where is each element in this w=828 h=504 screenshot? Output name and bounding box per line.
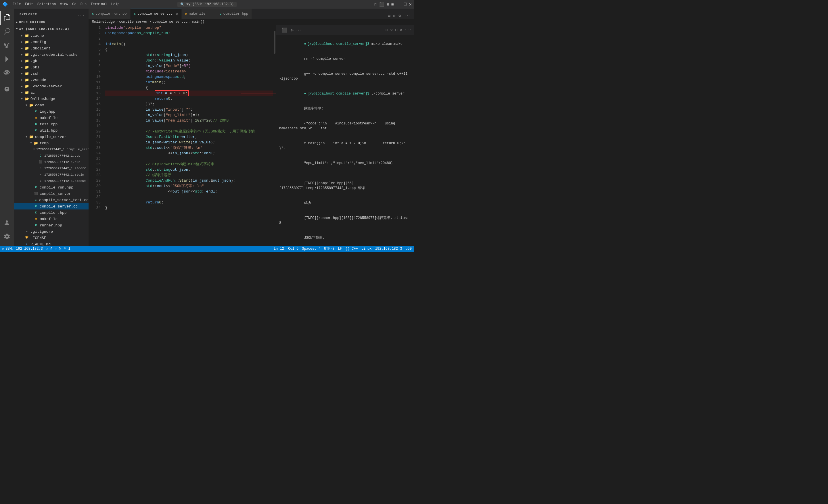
sidebar-item-compile-error[interactable]: ≡ 1728558977442_1.compile_error [14,146,89,152]
sidebar-item-git-credential-cache[interactable]: ▶ 📁 .git-credential-cache [14,51,89,58]
status-platform[interactable]: Linux [361,247,372,251]
activity-account[interactable] [0,216,14,230]
status-port[interactable]: p50 [405,247,412,251]
open-editors-header[interactable]: ▶ OPEN EDITORS [14,19,89,26]
status-port-text: p50 [405,247,412,251]
editor-scrollbar[interactable] [273,25,276,246]
sidebar-item-pki[interactable]: ▶ 📁 .pki [14,64,89,71]
root-header[interactable]: ▼ XY (SSH: 192.168.182.3) [14,26,89,33]
close-button[interactable]: ✕ [409,1,412,7]
layout-icon-3[interactable]: ⊟ [386,2,389,7]
terminal-kill-icon[interactable]: ✕ [390,28,392,33]
sidebar-item-dbclient[interactable]: ▶ 📁 .dbclient [14,45,89,51]
run-code-icon[interactable]: ▷ [393,13,396,19]
sidebar-item-gk[interactable]: ▶ 📁 .gk [14,58,89,64]
layout-icon-4[interactable]: ⊞ [391,2,394,7]
status-ssh[interactable]: ⊳ SSH: 192.168.182.3 [2,247,43,251]
status-eol[interactable]: LF [338,247,342,251]
sidebar-item-compiler-hpp[interactable]: C compiler.hpp [14,210,89,216]
sidebar-item-log-hpp[interactable]: C log.hpp [14,108,89,114]
code-editor[interactable]: 12345 678910 1112131415 1617181920 21222… [89,25,276,246]
sidebar-item-exe1[interactable]: ⬛ 1728558977442_1.exe [14,159,89,165]
sidebar-item-vscode-server[interactable]: ▶ 📁 .vscode-server [14,83,89,89]
terminal-content[interactable]: ●[xy@localhost compile_server]$ make cle… [276,35,414,246]
more-actions-icon[interactable]: ··· [403,13,412,19]
sidebar-item-util-hpp[interactable]: C util.hpp [14,127,89,134]
sidebar-item-stdin1[interactable]: ≡ 1728558977442_1.stdin [14,172,89,178]
breadcrumb-item-4[interactable]: main() [192,20,204,24]
activity-settings[interactable] [0,230,14,243]
sidebar-item-test-cpp[interactable]: C test.cpp [14,121,89,127]
sidebar-item-vscode[interactable]: ▶ 📁 .vscode [14,77,89,83]
status-encoding[interactable]: UTF-8 [324,247,334,251]
tab-makefile[interactable]: M makefile [182,9,216,19]
status-errors[interactable]: ⚠ 0 ⚐ 0 [46,247,61,251]
activity-extensions[interactable] [0,66,14,80]
sidebar-item-compile-server-cc[interactable]: C compile_server.cc [14,203,89,210]
sidebar-item-cache[interactable]: ▶ 📁 .cache [14,33,89,39]
layout-icon-1[interactable]: ⬚ [375,2,377,7]
menu-selection[interactable]: Selection [37,2,56,6]
split-editor-icon[interactable]: ⊟ [387,13,391,19]
status-spaces[interactable]: Spaces: 4 [302,247,321,251]
status-position[interactable]: Ln 12, Col 6 [274,247,298,251]
tab-close-button[interactable]: ✕ [176,11,178,16]
code-line-2: using namespace ns_compile_run; [105,31,273,36]
sidebar-item-readme[interactable]: ℹ README.md [14,241,89,246]
activity-source-control[interactable] [0,39,14,52]
terminal-more-icon[interactable]: ··· [295,28,302,33]
menu-run[interactable]: Run [81,2,87,6]
breadcrumb-item-3[interactable]: compile_server.cc [152,20,188,24]
sidebar-item-compile-run-hpp[interactable]: C compile_run.hpp [14,184,89,190]
menu-go[interactable]: Go [72,2,76,6]
sidebar-item-gitignore[interactable]: ≡ .gitignore [14,228,89,235]
menu-view[interactable]: View [60,2,68,6]
terminal-dots-icon[interactable]: ··· [405,28,412,33]
menu-edit[interactable]: Edit [25,2,33,6]
sidebar-item-runner-hpp[interactable]: C runner.hpp [14,222,89,228]
sidebar-item-OnlineJudge[interactable]: ▼ 📂 OnlineJudge [14,96,89,102]
sidebar-item-config[interactable]: ▶ 📁 .config [14,39,89,45]
activity-search[interactable] [0,25,14,39]
menu-file[interactable]: File [13,2,21,6]
code-editor-lines[interactable]: #include "compile_run.hpp" using namespa… [103,25,273,246]
breadcrumb-item-1[interactable]: OnlineJudge [92,20,115,24]
sidebar-item-temp-dir[interactable]: ▼ 📂 temp [14,140,89,146]
sidebar-item-ac[interactable]: ▶ 📁 ac [14,89,89,96]
layout-icon-2[interactable]: ⬛ [379,2,384,7]
tab-compile-server-cc[interactable]: C compile_server.cc ✕ [130,9,182,19]
activity-remote[interactable] [0,82,14,96]
status-language[interactable]: () C++ [345,247,358,251]
sidebar-item-makefile-comm[interactable]: M makefile [14,114,89,121]
new-file-icon[interactable]: ... [77,12,85,17]
terminal-close-icon[interactable]: ✕ [400,28,402,33]
sidebar-item-stdout1[interactable]: ≡ 1728558977442_1.stdout [14,178,89,184]
activity-run[interactable] [0,52,14,66]
sidebar-item-cpp1[interactable]: C 1728558977442_1.cpp [14,152,89,159]
maximize-button[interactable]: □ [404,2,407,7]
menu-terminal[interactable]: Terminal [91,2,107,6]
settings-tab-icon[interactable]: ⚙ [398,13,401,19]
sidebar-item-ssh[interactable]: ▶ 📁 .ssh [14,71,89,77]
terminal-line-7: t main()\n int a = 1 / 0;\n return 0;\n … [279,136,411,156]
menu-help[interactable]: Help [111,2,120,6]
terminal-output-13: JSON字符串: [304,236,325,240]
sidebar-item-comm[interactable]: ▼ 📂 comm [14,102,89,108]
status-host[interactable]: 192.168.182.3 [375,247,402,251]
sidebar-item-makefile-cs[interactable]: M makefile [14,216,89,222]
sidebar-item-stderr1[interactable]: ≡ 1728558977442_1.stderr [14,165,89,172]
title-bar-search[interactable]: 🔍 xy (SSH: 192.168.182.3) [177,2,237,7]
tab-compile-run-hpp[interactable]: C compile_run.hpp [89,9,130,19]
sidebar-item-compile-server-test[interactable]: C compile_server_test.cc [14,197,89,203]
status-branch[interactable]: ⑂ 1 [64,247,70,251]
minimize-button[interactable]: ─ [399,2,402,7]
tab-compiler-hpp[interactable]: C compiler.hpp [216,9,252,19]
sidebar-item-license[interactable]: 🏆 LICENSE [14,235,89,241]
sidebar-item-compile-server-bin[interactable]: ⬛ compile_server [14,190,89,197]
breadcrumb-item-2[interactable]: compile_server [119,20,148,24]
activity-explorer[interactable] [0,11,14,25]
terminal-split-icon[interactable]: ⊞ [385,28,388,33]
sidebar-item-compile-server-dir[interactable]: ▼ 📂 compile_server [14,134,89,140]
run-debug-icon[interactable]: ▷ [291,28,294,33]
terminal-maximize-icon[interactable]: ⊟ [395,28,397,33]
